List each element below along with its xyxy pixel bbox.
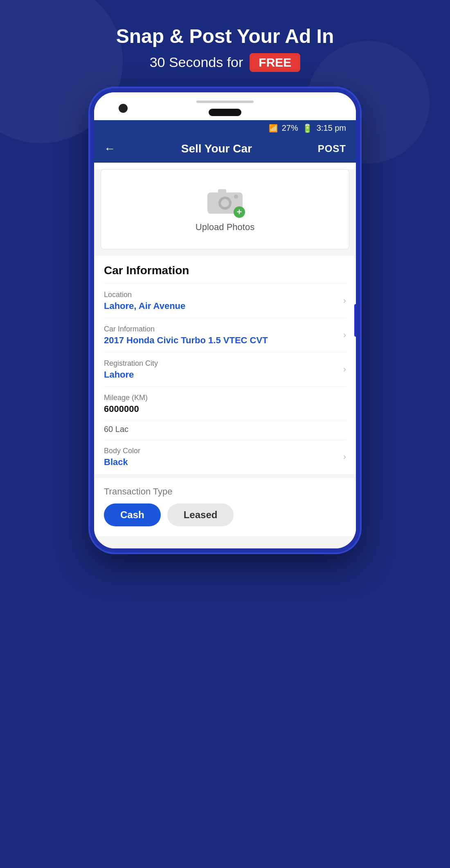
location-value: Lahore, Air Avenue [104, 301, 343, 311]
car-info-field-row[interactable]: Car Information 2017 Honda Civic Turbo 1… [104, 318, 346, 352]
leased-button[interactable]: Leased [167, 503, 234, 526]
hero-title-line1: Snap & Post Your Ad In [116, 25, 334, 48]
content-area: + Upload Photos Car Information Location… [94, 169, 356, 548]
body-color-field-left: Body Color Black [104, 447, 343, 468]
phone-pill [209, 109, 241, 116]
price-text: 60 Lac [104, 421, 346, 440]
nav-title: Sell Your Car [181, 142, 252, 155]
mileage-label: Mileage (KM) [104, 394, 346, 402]
back-button[interactable]: ← [104, 142, 115, 155]
hero-subtitle-text: 30 Seconds for [150, 54, 243, 70]
phone-speaker [196, 101, 254, 103]
hero-header: Snap & Post Your Ad In 30 Seconds for FR… [116, 25, 334, 72]
phone-top [94, 92, 356, 120]
body-color-field-row[interactable]: Body Color Black › [104, 440, 346, 474]
nav-bar: ← Sell Your Car POST [94, 136, 356, 163]
car-info-arrow-icon: › [343, 330, 346, 340]
transaction-buttons: Cash Leased [104, 503, 346, 526]
post-button[interactable]: POST [318, 143, 346, 154]
upload-label: Upload Photos [196, 222, 254, 233]
location-field-row[interactable]: Location Lahore, Air Avenue › [104, 284, 346, 318]
reg-city-label: Registration City [104, 359, 343, 368]
body-color-value: Black [104, 457, 343, 468]
status-bar: 📶 27% 🔋 3:15 pm [94, 120, 356, 136]
signal-icon: 📶 [269, 124, 278, 133]
body-color-label: Body Color [104, 447, 343, 455]
transaction-label: Transaction Type [104, 486, 346, 497]
reg-city-field-row[interactable]: Registration City Lahore › [104, 352, 346, 387]
status-time: 3:15 pm [317, 123, 346, 133]
svg-point-4 [234, 195, 238, 199]
reg-city-arrow-icon: › [343, 364, 346, 375]
cash-button[interactable]: Cash [104, 503, 161, 526]
body-color-arrow-icon: › [343, 452, 346, 462]
battery-percent: 27% [282, 123, 298, 133]
transaction-section: Transaction Type Cash Leased [94, 478, 356, 536]
scroll-indicator [354, 304, 358, 337]
camera-icon-wrapper: + [207, 186, 243, 216]
reg-city-value: Lahore [104, 369, 343, 380]
phone-frame: 📶 27% 🔋 3:15 pm ← Sell Your Car POST [90, 88, 360, 553]
free-badge: FREE [250, 53, 300, 72]
car-info-field-left: Car Information 2017 Honda Civic Turbo 1… [104, 325, 343, 346]
location-field-left: Location Lahore, Air Avenue [104, 291, 343, 311]
battery-icon: 🔋 [302, 123, 313, 133]
mileage-field-row: Mileage (KM) 6000000 [104, 387, 346, 421]
mileage-value: 6000000 [104, 404, 346, 414]
phone-camera [119, 104, 128, 113]
svg-rect-3 [218, 189, 226, 193]
car-info-label: Car Information [104, 325, 343, 333]
location-arrow-icon: › [343, 295, 346, 306]
reg-city-field-left: Registration City Lahore [104, 359, 343, 380]
location-label: Location [104, 291, 343, 299]
svg-point-2 [221, 199, 229, 207]
hero-subtitle: 30 Seconds for FREE [116, 53, 334, 72]
car-info-value: 2017 Honda Civic Turbo 1.5 VTEC CVT [104, 335, 343, 346]
upload-section[interactable]: + Upload Photos [101, 169, 349, 249]
plus-icon: + [234, 206, 245, 218]
car-info-section: Car Information Location Lahore, Air Ave… [94, 256, 356, 474]
section-title: Car Information [104, 264, 346, 277]
